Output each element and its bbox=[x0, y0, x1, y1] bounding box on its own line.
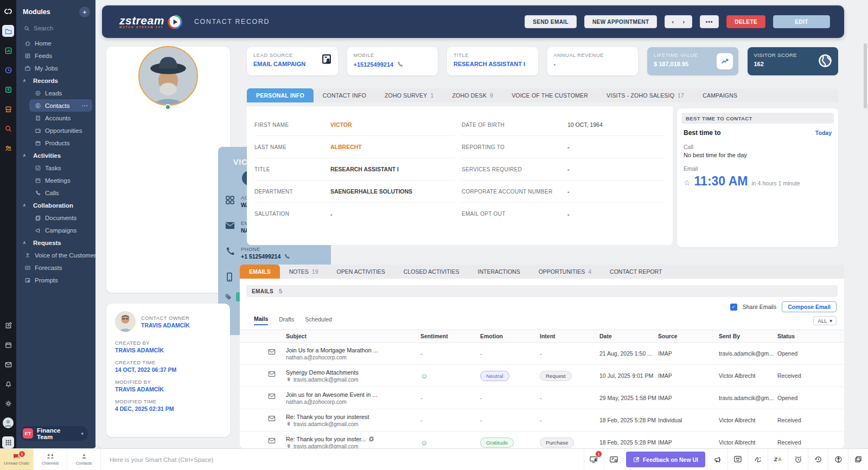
prev-record-icon[interactable]: ‹ bbox=[672, 18, 674, 25]
phone-value[interactable]: +1 5125499214 bbox=[241, 253, 280, 260]
sidebar-item-feeds[interactable]: Feeds bbox=[16, 49, 95, 62]
calendar-icon[interactable] bbox=[2, 339, 14, 351]
notebook-icon[interactable] bbox=[2, 83, 14, 95]
tab-interactions[interactable]: INTERACTIONS bbox=[469, 265, 529, 279]
sidebar-item-calls[interactable]: Calls bbox=[16, 186, 95, 199]
modified-by-value[interactable]: TRAVIS ADAMCÍK bbox=[115, 386, 221, 392]
feedback-button[interactable]: Feedback on New UI bbox=[626, 452, 705, 467]
smart-window-icon[interactable] bbox=[604, 449, 624, 470]
best-time-range[interactable]: Today bbox=[815, 130, 832, 136]
send-email-button[interactable]: SEND EMAIL bbox=[525, 15, 577, 28]
email-row[interactable]: Re: Thank you for your insterest travis.… bbox=[240, 409, 844, 432]
record-nav-group[interactable]: ‹ › bbox=[665, 15, 692, 28]
subtab-scheduled[interactable]: Scheduled bbox=[305, 316, 332, 325]
team-selector[interactable]: FT Finance Team ▾ bbox=[21, 426, 88, 441]
tab-zoho-desk[interactable]: ZOHO DESK9 bbox=[443, 88, 502, 102]
sidebar-section-activities[interactable]: ∧Activities bbox=[16, 149, 95, 162]
share-emails-checkbox[interactable]: ✓ bbox=[730, 304, 737, 311]
delete-button[interactable]: DELETE bbox=[726, 15, 765, 28]
sidebar-item-prompts[interactable]: Prompts bbox=[16, 274, 95, 286]
sidebar-item-home[interactable]: Home bbox=[16, 37, 95, 49]
add-module-button[interactable]: + bbox=[79, 7, 90, 17]
contact-avatar[interactable] bbox=[138, 46, 198, 106]
edit-feedback-icon bbox=[633, 456, 640, 463]
announcement-icon[interactable] bbox=[707, 449, 727, 470]
tab-notes[interactable]: NOTES19 bbox=[280, 265, 328, 279]
sidebar-section-records[interactable]: ∧Records bbox=[16, 74, 95, 87]
modified-time-value: 4 DEC, 2025 02:31 PM bbox=[115, 405, 221, 412]
sidebar-item-contacts[interactable]: Contacts⋯ bbox=[29, 99, 92, 112]
accessibility-icon[interactable] bbox=[828, 449, 848, 470]
subtab-drafts[interactable]: Drafts bbox=[279, 316, 294, 325]
folder-module-icon[interactable] bbox=[2, 25, 14, 37]
subtab-mails[interactable]: Mails bbox=[254, 316, 268, 325]
sidebar-item-opportunities[interactable]: Opportunities bbox=[16, 124, 95, 137]
edit-button[interactable]: EDIT bbox=[773, 15, 830, 28]
email-filter-dropdown[interactable]: ALL▾ bbox=[813, 316, 837, 325]
unread-chats-tab[interactable]: 1 Unread Chats bbox=[0, 449, 34, 470]
tab-opportunities[interactable]: OPPORTUNITIES4 bbox=[529, 265, 601, 279]
contacts-tab[interactable]: Contacts bbox=[67, 449, 101, 470]
call-icon[interactable] bbox=[284, 253, 290, 260]
smart-chat-input[interactable] bbox=[101, 449, 584, 470]
email-row[interactable]: Synergy Demo Attachments travis.adamcik@… bbox=[240, 365, 844, 387]
sidebar-item-voice-of-the-customer[interactable]: Voice of the Customer bbox=[16, 249, 95, 261]
sidebar-search[interactable]: Search bbox=[16, 22, 95, 37]
tab-voice-of-the-customer[interactable]: VOICE OF THE CUSTOMER bbox=[502, 88, 597, 102]
more-actions-button[interactable]: ••• bbox=[700, 15, 719, 28]
apps-grid-icon[interactable] bbox=[2, 436, 14, 448]
sidebar-item-tasks[interactable]: Tasks bbox=[16, 162, 95, 174]
sidebar-section-collaboration[interactable]: ∧Collaboration bbox=[16, 199, 95, 211]
sidebar-item-accounts[interactable]: Accounts bbox=[16, 112, 95, 124]
settings-icon[interactable] bbox=[2, 397, 14, 409]
tab-visits-zoho-salesiq[interactable]: VISITS - ZOHO SALESIQ17 bbox=[597, 88, 693, 102]
sidebar-item-meetings[interactable]: Meetings bbox=[16, 174, 95, 186]
tab-open-activities[interactable]: OPEN ACTIVITIES bbox=[328, 265, 394, 279]
clock-icon[interactable] bbox=[2, 64, 14, 76]
call-icon[interactable] bbox=[397, 61, 404, 68]
sidebar-item-my-jobs[interactable]: My Jobs bbox=[16, 62, 95, 74]
tab-closed-activities[interactable]: CLOSED ACTIVITIES bbox=[394, 265, 469, 279]
tab-campaigns[interactable]: CAMPAIGNS bbox=[693, 88, 746, 102]
contacts-more-icon[interactable]: ⋯ bbox=[81, 102, 92, 110]
bell-icon[interactable] bbox=[2, 378, 14, 390]
user-avatar[interactable] bbox=[2, 417, 14, 429]
created-by-value[interactable]: TRAVIS ADAMCÍK bbox=[115, 347, 221, 353]
history-icon[interactable] bbox=[808, 449, 828, 470]
compose-icon[interactable] bbox=[2, 319, 14, 331]
sidebar-item-forecasts[interactable]: Forecasts bbox=[16, 261, 95, 274]
emoji-feedback-icon[interactable] bbox=[727, 449, 748, 470]
opportunities-icon bbox=[35, 127, 41, 134]
screen-share-icon[interactable]: 1 bbox=[584, 449, 604, 470]
people-icon[interactable] bbox=[2, 142, 14, 154]
tab-emails[interactable]: EMAILS bbox=[240, 265, 280, 279]
star-icon[interactable]: ☆ bbox=[684, 178, 691, 187]
sidebar-item-leads[interactable]: Leads bbox=[16, 87, 95, 99]
compose-email-button[interactable]: Compose Email bbox=[782, 301, 837, 312]
tab-contact-report[interactable]: CONTACT REPORT bbox=[601, 265, 671, 279]
sidebar-item-products[interactable]: Products bbox=[16, 137, 95, 149]
sidebar-section-requests[interactable]: ∧Requests bbox=[16, 236, 95, 249]
clipboard-stack-icon[interactable] bbox=[848, 449, 868, 470]
sidebar-item-campaigns[interactable]: Campaigns bbox=[16, 224, 95, 236]
next-record-icon[interactable]: › bbox=[683, 18, 685, 25]
tab-personal-info[interactable]: PERSONAL INFO bbox=[247, 88, 314, 102]
page-scrollbar[interactable] bbox=[864, 43, 867, 108]
zoho-crm-logo-icon[interactable] bbox=[2, 5, 14, 17]
email-row[interactable]: Join us for an Awesome Event in ... nath… bbox=[240, 387, 844, 409]
search-records-icon[interactable] bbox=[2, 123, 14, 134]
new-appointment-button[interactable]: NEW APPOINTMENT bbox=[584, 15, 658, 28]
zia-icon[interactable] bbox=[768, 449, 788, 470]
signature-icon[interactable] bbox=[748, 449, 768, 470]
contact-owner-value[interactable]: TRAVIS ADAMCÍK bbox=[141, 322, 190, 329]
store-icon[interactable] bbox=[2, 103, 14, 115]
channels-tab[interactable]: Channels bbox=[34, 449, 67, 470]
analytics-icon[interactable] bbox=[2, 44, 14, 56]
tab-zoho-survey[interactable]: ZOHO SURVEY1 bbox=[375, 88, 443, 102]
mail-icon[interactable] bbox=[2, 358, 14, 370]
email-row[interactable]: Join Us for a Mortgage Marathon ... nath… bbox=[240, 343, 844, 365]
tab-contact-info[interactable]: CONTACT INFO bbox=[314, 88, 375, 102]
email-row[interactable]: Re: Thank you for your inster... travis.… bbox=[240, 432, 844, 448]
sidebar-item-documents[interactable]: Documents bbox=[16, 211, 95, 224]
alarm-icon[interactable] bbox=[788, 449, 808, 470]
